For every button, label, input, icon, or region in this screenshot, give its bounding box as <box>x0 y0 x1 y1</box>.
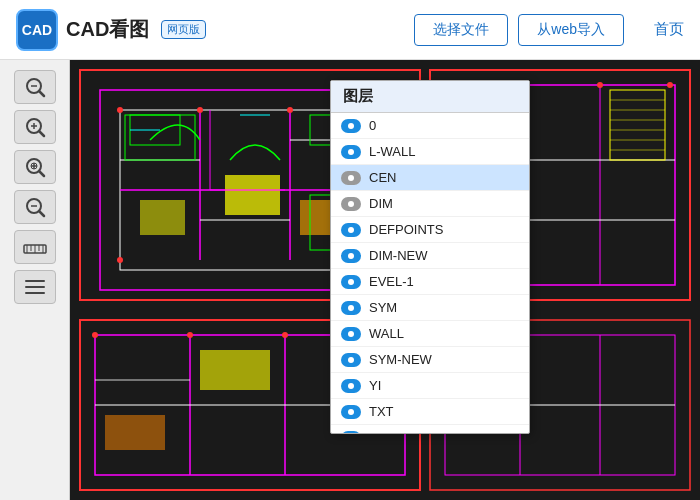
layer-item[interactable]: CEN <box>331 165 529 191</box>
svg-point-72 <box>282 332 288 338</box>
layer-visibility-icon[interactable] <box>341 249 361 263</box>
svg-point-71 <box>187 332 193 338</box>
layer-name-label: DIM <box>369 196 393 211</box>
layer-name-label: WALL <box>369 326 404 341</box>
zoom-out-button[interactable] <box>14 190 56 224</box>
zoom-fit-button[interactable] <box>14 70 56 104</box>
layer-item[interactable]: TXT <box>331 399 529 425</box>
svg-line-1 <box>39 91 44 96</box>
layer-name-label: EVEL-1 <box>369 274 414 289</box>
app-header: CAD CAD看图 网页版 选择文件 从web导入 首页 <box>0 0 700 60</box>
layer-item[interactable]: WZ <box>331 425 529 433</box>
svg-point-70 <box>92 332 98 338</box>
svg-point-41 <box>197 107 203 113</box>
layer-visibility-icon[interactable] <box>341 405 361 419</box>
layer-name-label: TXT <box>369 404 394 419</box>
layer-visibility-icon[interactable] <box>341 353 361 367</box>
layer-visibility-icon[interactable] <box>341 119 361 133</box>
layer-visibility-icon[interactable] <box>341 275 361 289</box>
svg-point-42 <box>287 107 293 113</box>
layers-button[interactable] <box>14 270 56 304</box>
layer-visibility-icon[interactable] <box>341 327 361 341</box>
cad-drawing-area[interactable]: 图层 0L-WALLCENDIMDEFPOINTSDIM-NEWEVEL-1SY… <box>70 60 700 500</box>
svg-rect-69 <box>105 415 165 450</box>
layer-visibility-icon[interactable] <box>341 223 361 237</box>
layer-panel: 图层 0L-WALLCENDIMDEFPOINTSDIM-NEWEVEL-1SY… <box>330 80 530 434</box>
layer-panel-header: 图层 <box>331 81 529 113</box>
layer-name-label: DIM-NEW <box>369 248 428 263</box>
layer-visibility-icon[interactable] <box>341 379 361 393</box>
svg-point-40 <box>117 107 123 113</box>
layer-name-label: SYM <box>369 300 397 315</box>
layer-item[interactable]: SYM-NEW <box>331 347 529 373</box>
layer-item[interactable]: DIM-NEW <box>331 243 529 269</box>
layer-name-label: L-WALL <box>369 144 415 159</box>
layer-name-label: CEN <box>369 170 396 185</box>
select-file-button[interactable]: 选择文件 <box>414 14 508 46</box>
svg-rect-68 <box>200 350 270 390</box>
import-web-button[interactable]: 从web导入 <box>518 14 624 46</box>
layer-visibility-icon[interactable] <box>341 197 361 211</box>
layer-item[interactable]: SYM <box>331 295 529 321</box>
layer-item[interactable]: WALL <box>331 321 529 347</box>
layer-visibility-icon[interactable] <box>341 145 361 159</box>
logo-icon: CAD <box>16 9 58 51</box>
svg-line-4 <box>39 131 44 136</box>
layer-item[interactable]: DEFPOINTS <box>331 217 529 243</box>
layer-item[interactable]: DIM <box>331 191 529 217</box>
layer-visibility-icon[interactable] <box>341 431 361 434</box>
svg-point-60 <box>597 82 603 88</box>
main-area: 图层 0L-WALLCENDIMDEFPOINTSDIM-NEWEVEL-1SY… <box>0 60 700 500</box>
layer-item[interactable]: EVEL-1 <box>331 269 529 295</box>
toolbar <box>0 60 70 500</box>
svg-rect-35 <box>225 175 280 215</box>
layer-name-label: SYM-NEW <box>369 352 432 367</box>
layer-item[interactable]: L-WALL <box>331 139 529 165</box>
svg-line-8 <box>39 171 44 176</box>
home-link[interactable]: 首页 <box>654 20 684 39</box>
zoom-in-button[interactable] <box>14 110 56 144</box>
layer-list[interactable]: 0L-WALLCENDIMDEFPOINTSDIM-NEWEVEL-1SYMWA… <box>331 113 529 433</box>
app-title: CAD看图 <box>66 16 149 43</box>
layer-name-label: WZ <box>369 430 389 433</box>
logo-area: CAD CAD看图 网页版 <box>16 9 206 51</box>
zoom-window-button[interactable] <box>14 150 56 184</box>
header-buttons: 选择文件 从web导入 <box>414 14 624 46</box>
svg-line-13 <box>39 211 44 216</box>
svg-rect-36 <box>140 200 185 235</box>
layer-name-label: 0 <box>369 118 376 133</box>
measure-button[interactable] <box>14 230 56 264</box>
layer-name-label: DEFPOINTS <box>369 222 443 237</box>
layer-item[interactable]: 0 <box>331 113 529 139</box>
layer-visibility-icon[interactable] <box>341 301 361 315</box>
layer-item[interactable]: YI <box>331 373 529 399</box>
svg-point-44 <box>117 257 123 263</box>
svg-point-61 <box>667 82 673 88</box>
layer-name-label: YI <box>369 378 381 393</box>
web-badge: 网页版 <box>161 20 206 39</box>
layer-visibility-icon[interactable] <box>341 171 361 185</box>
